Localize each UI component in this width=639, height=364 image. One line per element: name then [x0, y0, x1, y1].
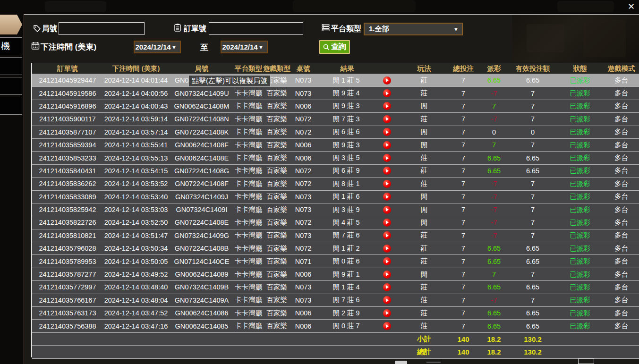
cell-game-no[interactable]: GN07324C1409A — [169, 296, 234, 304]
sidebar-tab-machine[interactable]: 機 — [0, 37, 22, 55]
date-to-select[interactable]: 2024/12/14 ▼ — [221, 41, 268, 53]
pagination-fragment[interactable] — [395, 361, 407, 364]
cell-game-no[interactable]: GN07224C1408E — [169, 219, 234, 226]
table-row[interactable]: 241214035766167 2024-12-14 03:48:04 GN07… — [32, 294, 639, 307]
column-header: 下注時間 (美東) — [103, 64, 169, 73]
table-row[interactable]: 241214035789953 2024-12-14 03:50:05 GN07… — [32, 255, 639, 268]
table-row[interactable]: 241214035796028 2024-12-14 03:50:34 GN07… — [32, 242, 639, 255]
cell-payout: 6.65 — [479, 283, 509, 291]
sidebar-tab[interactable] — [0, 77, 22, 95]
table-row[interactable]: 241214035787277 2024-12-14 03:49:52 GN00… — [32, 268, 639, 281]
table-row[interactable]: 241214035756388 2024-12-14 03:47:16 GN00… — [32, 320, 639, 332]
cell-play-type: 閒 — [400, 218, 448, 227]
table-row[interactable]: 241214035833089 2024-12-14 03:53:40 GN07… — [32, 191, 639, 203]
cell-table-no: N073 — [291, 193, 315, 201]
cell-game-no[interactable]: GN07324C1409I — [169, 206, 234, 213]
cell-game-no[interactable]: GN07324C1409U — [169, 90, 234, 97]
cell-game-no[interactable]: GN00624C1408E — [169, 154, 234, 162]
platform-type-select[interactable]: 1.全部 ▼ — [364, 23, 463, 35]
cell-game-mode: 多台 — [604, 244, 639, 253]
cell-game-no[interactable]: GN07324C1409J — [169, 193, 234, 201]
cell-bet-time: 2024-12-14 03:54:15 — [103, 167, 169, 175]
replay-play-button[interactable] — [383, 154, 391, 162]
table-row[interactable]: 241214035853233 2024-12-14 03:55:13 GN00… — [32, 152, 639, 164]
replay-play-button[interactable] — [383, 322, 391, 330]
pagination-page-box[interactable] — [578, 358, 594, 364]
cell-game-no[interactable]: GN07324C1409B — [169, 283, 234, 291]
game-no-label: 局號 — [42, 24, 57, 34]
table-row[interactable]: 241214035836262 2024-12-14 03:53:52 GN07… — [32, 178, 639, 190]
replay-play-button[interactable] — [383, 231, 391, 239]
replay-play-button[interactable] — [383, 283, 391, 291]
cell-game-mode: 多台 — [604, 218, 639, 227]
order-no-input[interactable] — [209, 22, 303, 35]
cell-game-no[interactable]: GN07324C1409G — [169, 232, 234, 239]
replay-play-button[interactable] — [383, 141, 391, 149]
replay-play-button[interactable] — [383, 257, 391, 265]
cell-game-no[interactable]: GN07224C1408B — [169, 245, 234, 252]
cell-game-no[interactable]: GN07224C1408N — [169, 115, 234, 123]
cell-platform: 卡卡灣廳 — [234, 218, 263, 227]
replay-play-button[interactable] — [383, 193, 391, 201]
replay-play-button[interactable] — [383, 128, 391, 136]
cell-game-no[interactable]: GN07224C1408G — [169, 167, 234, 175]
sidebar-tab[interactable] — [0, 57, 22, 75]
sidebar-tab[interactable] — [0, 97, 22, 115]
table-row[interactable]: 241214035859394 2024-12-14 03:55:41 GN00… — [32, 139, 639, 152]
cell-game-no[interactable]: GN07224C1408K — [169, 128, 234, 136]
replay-play-button[interactable] — [383, 76, 391, 85]
table-row[interactable]: 241214045916896 2024-12-14 04:00:43 GN00… — [32, 100, 639, 113]
table-row[interactable]: 241214035877107 2024-12-14 03:57:14 GN07… — [32, 126, 639, 139]
replay-play-button[interactable] — [383, 115, 391, 123]
table-row[interactable]: 241214045929447 2024-12-14 04:01:44 GN07… — [32, 74, 639, 87]
replay-play-button[interactable] — [383, 309, 391, 317]
cell-game-no[interactable]: GN00624C14086 — [169, 309, 234, 317]
cell-game-mode: 多台 — [604, 296, 639, 305]
replay-play-button[interactable] — [383, 206, 391, 214]
table-row[interactable]: 241214035822726 2024-12-14 03:52:50 GN07… — [32, 216, 639, 229]
cell-valid-bet: 7 — [509, 115, 556, 123]
cell-bet-time: 2024-12-14 03:59:14 — [103, 115, 169, 123]
cell-game-no[interactable]: GN00624C1408M — [169, 102, 234, 110]
replay-play-button[interactable] — [383, 89, 391, 97]
cell-result: 閒 6 莊 9 — [315, 166, 400, 175]
replay-play-button[interactable] — [383, 271, 391, 279]
cell-game-no[interactable]: GN00624C14085 — [169, 322, 234, 330]
game-no-input[interactable] — [59, 22, 145, 35]
result-text: 閒 7 莊 6 — [315, 231, 377, 240]
replay-play-button[interactable] — [383, 296, 391, 304]
cell-game-type: 百家樂 — [263, 244, 291, 253]
column-header: 平台類型 — [234, 64, 263, 73]
cell-valid-bet: 7 — [509, 180, 556, 187]
table-row[interactable]: 241214035825942 2024-12-14 03:53:03 GN07… — [32, 203, 639, 216]
date-from-select[interactable]: 2024/12/14 ▼ — [134, 41, 181, 53]
cell-game-no[interactable]: GN07224C1408F — [169, 180, 234, 187]
cell-game-no[interactable]: GN00624C14089 — [169, 271, 234, 278]
close-icon[interactable]: ✕ — [628, 1, 635, 12]
replay-play-button[interactable] — [383, 102, 391, 110]
platform-type-label: 平台類型 — [331, 24, 361, 34]
sidebar-active-tab[interactable] — [0, 15, 22, 34]
cell-table-no: N071 — [291, 258, 315, 265]
total-payout: 18.2 — [479, 348, 509, 356]
table-row[interactable]: 241214035810821 2024-12-14 03:51:47 GN07… — [32, 229, 639, 242]
cell-payout: -7 — [479, 219, 509, 226]
cell-order-no: 241214035836262 — [32, 180, 103, 187]
replay-play-button[interactable] — [383, 219, 391, 227]
table-row[interactable]: 241214035763173 2024-12-14 03:47:52 GN00… — [32, 307, 639, 320]
replay-play-button[interactable] — [383, 167, 391, 175]
replay-play-button[interactable] — [383, 245, 391, 253]
table-row[interactable]: 241214045919586 2024-12-14 04:00:56 GN07… — [32, 87, 639, 100]
search-button[interactable]: 查詢 — [319, 40, 350, 54]
table-row[interactable]: 241214035900117 2024-12-14 03:59:14 GN07… — [32, 113, 639, 126]
table-row[interactable]: 241214035772997 2024-12-14 03:48:40 GN07… — [32, 281, 639, 294]
result-text: 閒 9 莊 3 — [315, 102, 377, 110]
bet-records-table: 訂單號下注時間 (美東)局號平台類型遊戲類型桌號結果玩法總投注派彩有效投注額狀態… — [31, 63, 639, 357]
table-row[interactable]: 241214035840431 2024-12-14 03:54:15 GN07… — [32, 165, 639, 178]
cell-valid-bet: 7 — [509, 206, 556, 213]
cell-game-no[interactable]: GN07124C140CE — [169, 258, 234, 265]
cell-payout: 7 — [479, 271, 509, 278]
replay-play-button[interactable] — [383, 180, 391, 188]
cell-game-no[interactable]: GN00624C1408F — [169, 141, 234, 149]
cell-game-mode: 多台 — [604, 115, 639, 124]
